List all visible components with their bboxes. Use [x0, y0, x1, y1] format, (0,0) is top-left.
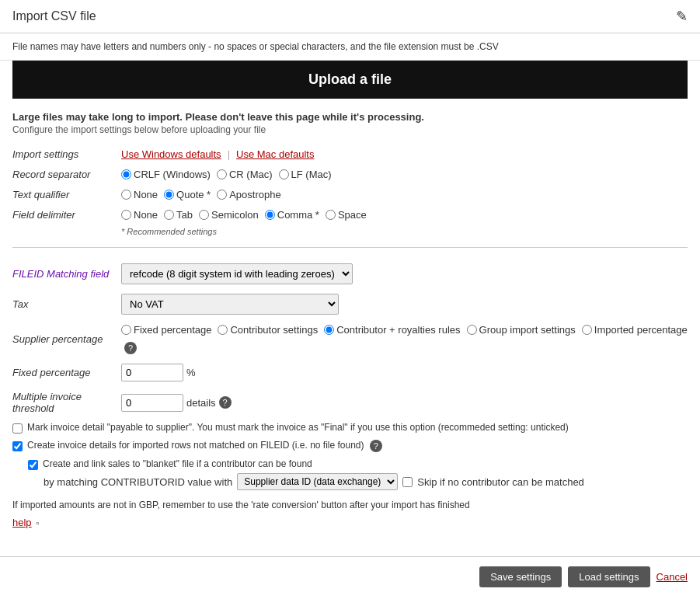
fileid-row: FILEID Matching field refcode (8 digit s…	[12, 259, 688, 289]
upload-bar[interactable]: Upload a file	[12, 61, 688, 99]
configure-note: Configure the import settings below befo…	[12, 124, 688, 135]
import-settings-label: Import settings	[12, 148, 121, 160]
mark-invoice-checkbox[interactable]	[12, 423, 23, 434]
sp-contributor-radio[interactable]	[218, 325, 228, 335]
sp-fixed-radio[interactable]	[121, 325, 131, 335]
info-text: If imported amounts are not in GBP, reme…	[12, 500, 688, 510]
fixed-percentage-label: Fixed percentage	[12, 367, 121, 378]
fd-semicolon-label: Semicolon	[211, 209, 259, 221]
sp-contrib-royalties-radio[interactable]	[324, 325, 334, 335]
record-separator-label: Record separator	[12, 169, 121, 180]
tax-row: Tax No VAT	[12, 289, 688, 319]
fd-space-radio[interactable]	[326, 210, 336, 220]
sp-contributor-label: Contributor settings	[230, 324, 318, 336]
lf-label: LF (Mac)	[291, 169, 332, 180]
create-invoice-help-icon[interactable]: ?	[370, 440, 382, 452]
sp-contributor: Contributor settings	[218, 324, 318, 336]
fixed-percentage-input[interactable]: 0	[121, 364, 183, 381]
matching-label: by matching CONTRIBUTORID value with	[44, 476, 232, 488]
multiple-invoice-input[interactable]: 0	[121, 394, 183, 412]
file-note: File names may have letters and numbers …	[0, 33, 700, 61]
section-divider	[12, 247, 688, 248]
record-separator-options: CRLF (Windows) CR (Mac) LF (Mac)	[121, 169, 332, 180]
create-invoice-checkbox[interactable]	[12, 441, 23, 451]
crlf-radio[interactable]	[121, 169, 131, 179]
fileid-dropdown[interactable]: refcode (8 digit system id with leading …	[121, 263, 353, 284]
supplier-perc-help-icon[interactable]: ?	[124, 342, 137, 354]
crlf-label: CRLF (Windows)	[134, 169, 211, 180]
details-unit: details	[186, 397, 216, 409]
pct-unit: %	[186, 367, 196, 378]
sp-contrib-royalties: Contributor + royalties rules	[324, 324, 460, 336]
fd-none-radio[interactable]	[121, 210, 131, 220]
sp-contrib-royalties-label: Contributor + royalties rules	[336, 324, 460, 336]
tax-label: Tax	[12, 298, 121, 310]
fd-semicolon-radio[interactable]	[199, 210, 209, 220]
fixed-percentage-row: Fixed percentage 0 %	[12, 359, 688, 386]
cr-radio[interactable]	[217, 169, 227, 179]
record-sep-cr: CR (Mac)	[217, 169, 273, 180]
use-windows-link[interactable]: Use Windows defaults	[121, 148, 221, 160]
tq-quote: Quote *	[164, 189, 211, 200]
edit-icon[interactable]: ✎	[676, 8, 688, 25]
external-link-icon: ▫	[36, 518, 39, 528]
fd-tab-label: Tab	[176, 209, 193, 221]
text-qualifier-options: None Quote * Apostrophe	[121, 189, 281, 200]
record-separator-row: Record separator CRLF (Windows) CR (Mac)…	[12, 165, 688, 185]
tax-dropdown[interactable]: No VAT	[121, 294, 339, 315]
fd-comma-label: Comma *	[277, 209, 319, 221]
lf-radio[interactable]	[279, 169, 289, 179]
help-row: help ▫	[12, 517, 688, 528]
create-link-label: Create and link sales to "blanket" file …	[43, 458, 312, 469]
tq-apostrophe-radio[interactable]	[217, 190, 227, 200]
sp-group-radio[interactable]	[467, 325, 477, 335]
pipe-separator: |	[228, 148, 230, 160]
fd-comma: Comma *	[265, 209, 319, 221]
fd-semicolon: Semicolon	[199, 209, 259, 221]
fd-comma-radio[interactable]	[265, 210, 275, 220]
create-link-checkbox[interactable]	[28, 460, 38, 470]
field-delimiter-label: Field delimiter	[12, 209, 121, 221]
import-settings-controls: Use Windows defaults | Use Mac defaults	[121, 148, 314, 160]
title-bar: Import CSV file ✎	[0, 0, 700, 33]
sp-group: Group import settings	[467, 324, 576, 336]
help-link[interactable]: help	[12, 517, 32, 528]
cr-label: CR (Mac)	[229, 169, 273, 180]
multiple-invoice-label: Multiple invoice threshold	[12, 391, 121, 414]
matching-row: by matching CONTRIBUTORID value with Sup…	[44, 473, 688, 490]
tq-quote-radio[interactable]	[164, 190, 174, 200]
mark-invoice-label: Mark invoice detail "payable to supplier…	[27, 422, 569, 433]
tq-none-radio[interactable]	[121, 190, 131, 200]
page-title: Import CSV file	[12, 9, 96, 23]
field-delimiter-options: None Tab Semicolon Comma * Space	[121, 209, 367, 221]
mark-invoice-row: Mark invoice detail "payable to supplier…	[12, 419, 688, 437]
create-link-row: Create and link sales to "blanket" file …	[28, 455, 688, 473]
load-settings-button[interactable]: Load settings	[568, 566, 650, 587]
main-content: Large files may take long to import. Ple…	[0, 99, 700, 541]
fd-space-label: Space	[338, 209, 367, 221]
save-settings-button[interactable]: Save settings	[479, 566, 562, 587]
fileid-label: FILEID Matching field	[12, 268, 121, 280]
tq-apostrophe: Apostrophe	[217, 189, 281, 200]
settings-section: Import settings Use Windows defaults | U…	[12, 145, 688, 236]
fd-none-label: None	[134, 209, 158, 221]
supplier-data-dropdown[interactable]: Supplier data ID (data exchange)	[237, 473, 398, 490]
fd-tab: Tab	[164, 209, 193, 221]
multiple-invoice-help-icon[interactable]: ?	[219, 396, 232, 409]
use-mac-link[interactable]: Use Mac defaults	[236, 148, 314, 160]
sp-imported-radio[interactable]	[582, 325, 592, 335]
skip-contributor-checkbox[interactable]	[402, 477, 413, 487]
tq-apostrophe-label: Apostrophe	[229, 189, 281, 200]
cancel-button[interactable]: Cancel	[656, 571, 688, 583]
record-sep-crlf: CRLF (Windows)	[121, 169, 211, 180]
supplier-percentage-options: Fixed percentage Contributor settings Co…	[121, 324, 688, 354]
tq-none: None	[121, 189, 158, 200]
import-settings-row: Import settings Use Windows defaults | U…	[12, 145, 688, 165]
recommended-note: * Recommended settings	[121, 227, 688, 236]
record-sep-lf: LF (Mac)	[279, 169, 332, 180]
text-qualifier-label: Text qualifier	[12, 189, 121, 200]
fd-tab-radio[interactable]	[164, 210, 174, 220]
skip-contributor-label: Skip if no contributor can be matched	[417, 476, 584, 488]
multiple-invoice-row: Multiple invoice threshold 0 details ?	[12, 386, 688, 419]
sp-group-label: Group import settings	[479, 324, 576, 336]
